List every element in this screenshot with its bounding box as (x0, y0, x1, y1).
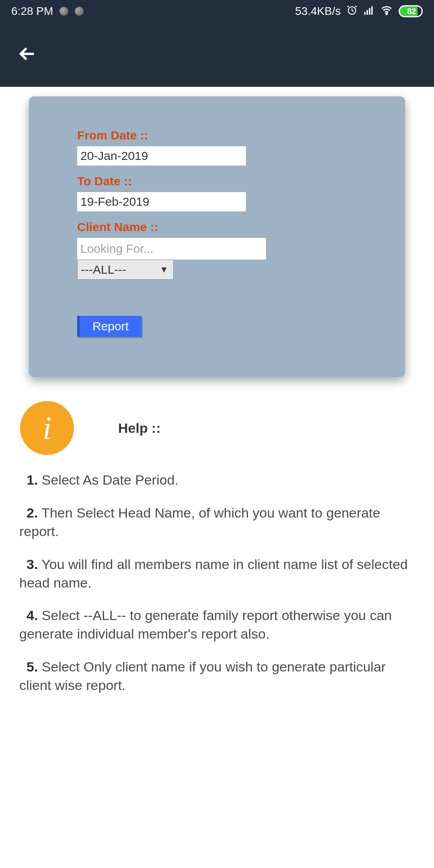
client-name-label: Client Name :: (77, 220, 357, 234)
from-date-label: From Date :: (77, 129, 357, 142)
svg-rect-4 (371, 6, 373, 14)
client-select-value: ---ALL--- (81, 263, 126, 276)
help-item: 4. Select --ALL-- to generate family rep… (19, 606, 415, 643)
svg-point-5 (386, 13, 387, 14)
help-title: Help :: (118, 420, 161, 436)
wifi-icon (380, 4, 393, 18)
help-item: 5. Select Only client name if you wish t… (19, 658, 415, 695)
client-select[interactable]: ---ALL--- ▼ (77, 260, 174, 280)
app-bar (0, 23, 434, 87)
to-date-label: To Date :: (77, 174, 357, 188)
help-item: 1. Select As Date Period. (19, 471, 415, 489)
status-dot-icon (59, 7, 68, 16)
report-button[interactable]: Report (77, 316, 141, 337)
status-bar: 6:28 PM 53.4KB/s 82 (0, 0, 434, 23)
status-dot-icon (75, 7, 84, 16)
signal-icon (363, 4, 375, 18)
status-time: 6:28 PM (11, 5, 53, 18)
help-item: 2. Then Select Head Name, of which you w… (19, 504, 415, 541)
chevron-down-icon: ▼ (160, 264, 168, 275)
svg-rect-2 (366, 10, 368, 15)
help-header: i Help :: (20, 401, 434, 455)
back-arrow-icon[interactable] (16, 43, 39, 67)
from-date-input[interactable] (77, 146, 246, 166)
svg-rect-3 (369, 8, 371, 14)
battery-icon: 82 (399, 5, 423, 17)
help-item: 3. You will find all members name in cli… (19, 555, 415, 592)
network-speed: 53.4KB/s (295, 5, 341, 18)
to-date-input[interactable] (77, 192, 246, 211)
help-instructions: 1. Select As Date Period. 2. Then Select… (19, 471, 415, 695)
svg-rect-1 (364, 12, 366, 14)
info-icon: i (20, 401, 74, 455)
client-name-input[interactable] (77, 238, 266, 260)
report-filter-card: From Date :: To Date :: Client Name :: -… (29, 96, 405, 377)
alarm-icon (346, 4, 358, 18)
